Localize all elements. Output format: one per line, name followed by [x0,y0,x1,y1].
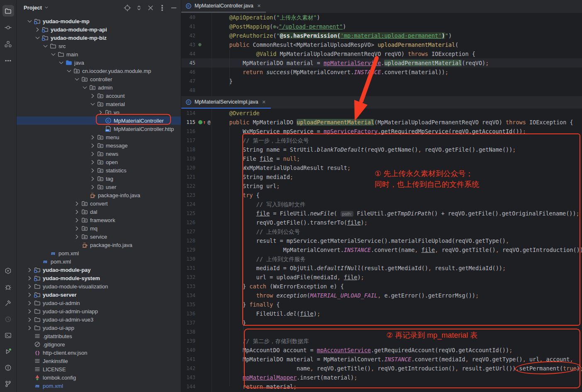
chevron-right-icon[interactable] [73,208,81,215]
chevron-right-icon[interactable] [26,275,34,281]
line-number[interactable]: 114 [181,109,195,118]
code-line-134[interactable]: 134 throw exception(MATERIAL_UPLOAD_FAIL… [181,291,582,300]
tab-MpMaterialServiceImpl.java[interactable]: CMpMaterialServiceImpl.java✕ [181,96,271,109]
chevron-down-icon[interactable] [49,51,57,58]
line-number[interactable]: 142 [181,364,195,373]
tree-item-pom-xml[interactable]: mpom.xml [17,382,181,390]
tree-item-readme-md[interactable]: README.md [17,390,181,392]
line-number[interactable]: 120 [181,163,195,172]
tree-item-yudao-module-visualization[interactable]: yudao-module-visualization [17,282,181,290]
terminal-icon[interactable] [2,329,14,341]
chevron-right-icon[interactable] [26,308,34,315]
tree-item-yudao-module-pay[interactable]: yudao-module-pay [17,266,181,274]
code-line-142[interactable]: 142 name, reqVO.getTitle(), reqVO.getInt… [181,364,582,373]
chevron-down-icon[interactable] [41,43,49,49]
line-number[interactable]: 45 [181,58,195,68]
chevron-down-icon[interactable] [89,101,97,107]
code-line-121[interactable]: 121 String mediaId; [181,172,582,181]
chevron-right-icon[interactable] [97,109,105,116]
tree-item-open[interactable]: open [17,158,181,166]
code-line-123[interactable]: 123 try { [181,191,582,200]
line-number[interactable]: 48 [181,86,195,95]
tree-item-dal[interactable]: dal [17,208,181,216]
tree-item-yudao-module-mp-api[interactable]: yudao-module-mp-api [17,25,181,34]
profiler-icon[interactable] [2,313,14,325]
chevron-down-icon[interactable] [44,4,49,12]
editor-bottom[interactable]: 114 @Override115↑@ public MpMaterialDO u… [181,109,582,392]
code-line-122[interactable]: 122 String url; [181,181,582,191]
tree-item-jenkinsfile[interactable]: Jenkinsfile [17,357,181,365]
line-number[interactable]: 116 [181,127,195,136]
tree-item-mpmaterialcontroller-http[interactable]: APIMpMaterialController.http [17,125,181,133]
code-line-43[interactable]: 43⊕ public CommonResult<MpMaterialUpload… [181,40,582,49]
tree-item-tag[interactable]: tag [17,174,181,183]
line-number[interactable]: 132 [181,273,195,282]
code-line-137[interactable]: 137 } [181,318,582,327]
line-number[interactable]: 128 [181,236,195,245]
code-line-46[interactable]: 46 return success(MpMaterialConvert.INST… [181,68,582,77]
code-line-40[interactable]: 40 @ApiOperation("上传永久素材") [181,13,582,22]
line-number[interactable]: 143 [181,373,195,382]
code-line-116[interactable]: 116 WxMpService mpService = mpServiceFac… [181,127,582,136]
code-line-125[interactable]: 125 file = FileUtil.newFile( path: FileU… [181,209,582,218]
code-line-144[interactable]: 144 return material; [181,382,582,391]
line-number[interactable]: 140 [181,346,195,355]
chevron-down-icon[interactable] [73,76,81,82]
line-number[interactable]: 41 [181,22,195,31]
tree-item-src[interactable]: src [17,42,181,50]
line-number[interactable]: 129 [181,245,195,254]
code-line-138[interactable]: 138 [181,327,582,336]
tree-item-yudao-ui-admin[interactable]: yudao-ui-admin [17,299,181,307]
tree-item-lombok-config[interactable]: lombok.config [17,373,181,382]
tab-MpMaterialController.java[interactable]: CMpMaterialController.java✕ [181,0,266,13]
chevron-right-icon[interactable] [89,142,97,149]
line-number[interactable]: 123 [181,191,195,200]
problems-icon[interactable] [2,362,14,373]
chevron-down-icon[interactable] [57,59,65,66]
line-number[interactable]: 121 [181,172,195,181]
build-icon[interactable] [2,297,14,309]
tree-item-mpmaterialcontroller[interactable]: CMpMaterialController [17,116,181,125]
project-icon[interactable] [2,5,14,17]
chevron-right-icon[interactable] [34,26,41,33]
code-line-133[interactable]: 133 } catch (WxErrorException e) { [181,282,582,291]
tree-item-yudao-ui-app[interactable]: yudao-ui-app [17,324,181,332]
chevron-right-icon[interactable] [73,233,81,240]
line-number[interactable]: 134 [181,291,195,300]
code-line-141[interactable]: 141 MpMaterialDO material = MpMaterialCo… [181,355,582,364]
line-number[interactable]: 124 [181,200,195,209]
line-number[interactable]: 117 [181,136,195,145]
chevron-down-icon[interactable] [34,34,41,41]
tree-item-menu[interactable]: menu [17,133,181,141]
code-line-117[interactable]: 117 // 第一步，上传到公众号 [181,136,582,145]
code-line-47[interactable]: 47 } [181,77,582,86]
tree-item-convert[interactable]: convert [17,199,181,208]
expand-icon[interactable] [135,4,143,12]
collapse-all-icon[interactable] [147,4,154,12]
code-line-118[interactable]: 118 String name = StrUtil.blankToDefault… [181,145,582,154]
line-number[interactable]: 115 [181,118,195,127]
line-number[interactable]: 131 [181,264,195,273]
chevron-right-icon[interactable] [89,92,97,99]
code-line-127[interactable]: 127 // 上传到公众号 [181,227,582,236]
line-number[interactable]: 47 [181,77,195,86]
tree-item-main[interactable]: main [17,50,181,58]
line-number[interactable]: 127 [181,227,195,236]
hide-icon[interactable] [170,4,178,12]
code-line-45[interactable]: 45 MpMaterialDO material = mpMaterialSer… [181,58,582,68]
line-number[interactable]: 125 [181,209,195,218]
tree-item-pom-xml[interactable]: mpom.xml [17,257,181,266]
tree-item-license[interactable]: LICENSE [17,365,181,373]
close-icon[interactable]: ✕ [256,3,261,9]
tree-item-service[interactable]: service [17,232,181,241]
code-line-44[interactable]: 44 @Valid MpMaterialUploadPermanentReqVO… [181,49,582,58]
tree-item-yudao-ui-admin-vue3[interactable]: yudao-ui-admin-vue3 [17,315,181,324]
tree-item-package-info-java[interactable]: package-info.java [17,241,181,249]
line-number[interactable]: 44 [181,49,195,58]
code-line-42[interactable]: 42 @PreAuthorize("@ss.hasPermission('mp:… [181,31,582,40]
chevron-right-icon[interactable] [26,283,34,290]
tree-item-admin[interactable]: admin [17,83,181,92]
tree-item-yudao-module-mp-biz[interactable]: yudao-module-mp-biz [17,34,181,42]
services-icon[interactable] [2,346,14,357]
tree-item-controller[interactable]: controller [17,75,181,83]
